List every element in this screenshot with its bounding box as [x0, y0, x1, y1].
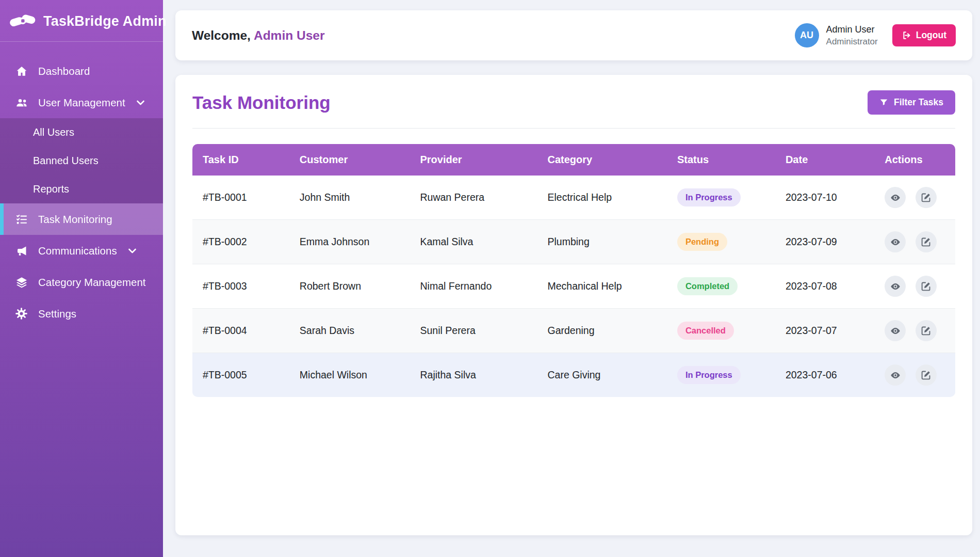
- table-row: #TB-0003 Robert Brown Nimal Fernando Mec…: [192, 264, 955, 309]
- user-management-submenu: All Users Banned Users Reports: [0, 118, 163, 203]
- edit-icon: [921, 325, 932, 336]
- edit-icon: [921, 192, 932, 203]
- provider-cell: Kamal Silva: [410, 220, 537, 264]
- filter-tasks-button[interactable]: Filter Tasks: [868, 90, 955, 115]
- column-header-provider: Provider: [410, 144, 537, 176]
- table-row: #TB-0005 Michael Wilson Rajitha Silva Ca…: [192, 353, 955, 397]
- sidebar-nav: Dashboard User Management All Users: [0, 42, 163, 329]
- sidebar-item-label: Settings: [38, 308, 76, 320]
- status-badge: In Progress: [677, 366, 741, 384]
- customer-cell: Robert Brown: [289, 264, 410, 309]
- date-cell: 2023-07-07: [775, 309, 874, 353]
- edit-task-button[interactable]: [916, 364, 937, 386]
- edit-task-button[interactable]: [916, 276, 937, 297]
- submenu-item-label: Banned Users: [33, 155, 99, 166]
- actions-cell: [874, 264, 955, 309]
- page-title: Task Monitoring: [192, 92, 331, 113]
- top-header-bar: Welcome,Admin User AU Admin User Adminis…: [175, 10, 972, 60]
- app-title: TaskBridge Admin: [43, 13, 167, 29]
- customer-cell: Michael Wilson: [289, 353, 410, 397]
- status-badge: Cancelled: [677, 322, 734, 340]
- category-cell: Mechanical Help: [537, 264, 666, 309]
- logout-icon: [902, 30, 911, 40]
- sidebar-item-communications[interactable]: Communications: [0, 235, 163, 266]
- sidebar-item-all-users[interactable]: All Users: [0, 118, 163, 147]
- task-id-cell: #TB-0003: [192, 264, 289, 309]
- task-id-cell: #TB-0002: [192, 220, 289, 264]
- welcome-message: Welcome,Admin User: [192, 28, 324, 43]
- status-badge: Completed: [677, 277, 738, 295]
- eye-icon: [890, 325, 901, 337]
- column-header-date: Date: [775, 144, 874, 176]
- column-header-task-id: Task ID: [192, 144, 289, 176]
- handshake-icon: [9, 11, 37, 31]
- category-cell: Electrical Help: [537, 176, 666, 220]
- funnel-icon: [879, 98, 888, 107]
- column-header-customer: Customer: [289, 144, 410, 176]
- sidebar-item-reports[interactable]: Reports: [0, 175, 163, 203]
- edit-task-button[interactable]: [916, 320, 937, 341]
- provider-cell: Rajitha Silva: [410, 353, 537, 397]
- layers-icon: [13, 275, 29, 289]
- welcome-prefix: Welcome,: [192, 28, 251, 42]
- category-cell: Plumbing: [537, 220, 666, 264]
- edit-task-button[interactable]: [916, 231, 937, 252]
- chevron-down-icon: [128, 248, 137, 254]
- gear-icon: [13, 307, 29, 321]
- user-box: AU Admin User Administrator Logout: [795, 23, 956, 47]
- sidebar-item-label: Communications: [38, 245, 117, 257]
- logout-button[interactable]: Logout: [892, 24, 956, 46]
- task-monitoring-panel: Task Monitoring Filter Tasks Task ID Cus…: [175, 75, 972, 535]
- sidebar-item-label: Task Monitoring: [38, 213, 112, 226]
- sidebar-item-settings[interactable]: Settings: [0, 298, 163, 329]
- provider-cell: Sunil Perera: [410, 309, 537, 353]
- panel-header: Task Monitoring Filter Tasks: [192, 90, 955, 129]
- actions-cell: [874, 220, 955, 264]
- sidebar-item-task-monitoring[interactable]: Task Monitoring: [0, 203, 163, 235]
- table-row: #TB-0001 John Smith Ruwan Perera Electri…: [192, 176, 955, 220]
- customer-cell: Emma Johnson: [289, 220, 410, 264]
- actions-cell: [874, 176, 955, 220]
- sidebar-item-dashboard[interactable]: Dashboard: [0, 55, 163, 87]
- date-cell: 2023-07-10: [775, 176, 874, 220]
- eye-icon: [890, 370, 901, 381]
- task-id-cell: #TB-0001: [192, 176, 289, 220]
- sidebar-item-category-management[interactable]: Category Management: [0, 266, 163, 298]
- date-cell: 2023-07-08: [775, 264, 874, 309]
- view-task-button[interactable]: [885, 320, 906, 341]
- eye-icon: [890, 192, 901, 203]
- avatar: AU: [795, 23, 819, 47]
- edit-icon: [921, 236, 932, 247]
- sidebar-item-banned-users[interactable]: Banned Users: [0, 147, 163, 175]
- view-task-button[interactable]: [885, 187, 906, 208]
- app-brand: TaskBridge Admin: [0, 0, 163, 42]
- content-area: Welcome,Admin User AU Admin User Adminis…: [163, 0, 980, 535]
- table-header-row: Task ID Customer Provider Category Statu…: [192, 144, 955, 176]
- edit-task-button[interactable]: [916, 187, 937, 208]
- users-icon: [13, 96, 29, 109]
- status-cell: Pending: [667, 220, 775, 264]
- submenu-item-label: Reports: [33, 183, 69, 195]
- logout-label: Logout: [916, 30, 946, 41]
- tasks-table-wrap: Task ID Customer Provider Category Statu…: [192, 144, 955, 397]
- user-role: Administrator: [826, 37, 878, 47]
- column-header-category: Category: [537, 144, 666, 176]
- customer-cell: John Smith: [289, 176, 410, 220]
- column-header-status: Status: [667, 144, 775, 176]
- actions-cell: [874, 309, 955, 353]
- edit-icon: [921, 281, 932, 292]
- date-cell: 2023-07-06: [775, 353, 874, 397]
- view-task-button[interactable]: [885, 231, 906, 252]
- provider-cell: Ruwan Perera: [410, 176, 537, 220]
- view-task-button[interactable]: [885, 364, 906, 386]
- home-icon: [13, 64, 29, 78]
- table-row: #TB-0002 Emma Johnson Kamal Silva Plumbi…: [192, 220, 955, 264]
- customer-cell: Sarah Davis: [289, 309, 410, 353]
- status-cell: In Progress: [667, 353, 775, 397]
- checklist-icon: [13, 212, 29, 226]
- table-row: #TB-0004 Sarah Davis Sunil Perera Garden…: [192, 309, 955, 353]
- sidebar-item-user-management[interactable]: User Management: [0, 87, 163, 118]
- status-badge: In Progress: [677, 188, 741, 206]
- view-task-button[interactable]: [885, 276, 906, 297]
- sidebar-item-label: User Management: [38, 97, 125, 109]
